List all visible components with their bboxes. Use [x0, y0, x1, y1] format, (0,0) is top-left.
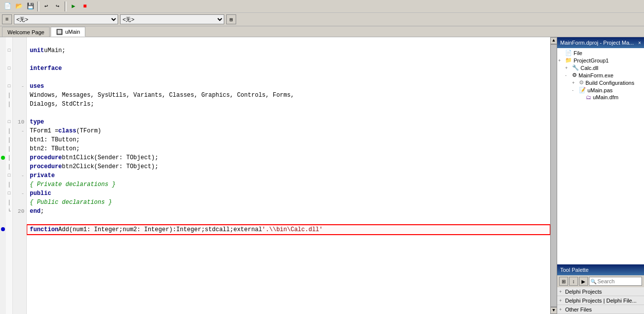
tool-palette-top-header: Tool Palette	[557, 264, 644, 275]
right-panel: MainForm.dproj - Project Ma... × 📄 File …	[557, 37, 644, 314]
save-btn[interactable]: 💾	[25, 1, 36, 11]
pm-close-icon[interactable]: ×	[638, 40, 641, 46]
code-line-10: type	[27, 118, 550, 126]
tree-label-ud: uMain.dfm	[593, 94, 618, 100]
code-line-21	[27, 216, 550, 225]
tree-label-mf: MainForm.exe	[579, 72, 613, 78]
tab-welcome[interactable]: Welcome Page	[2, 27, 50, 37]
tree-build-config-item[interactable]: + ⚙ Build Configurations	[558, 79, 643, 86]
tool-palette-btn-3[interactable]: ▶	[579, 277, 588, 286]
code-line-6: uses	[27, 82, 550, 91]
code-line-18: public	[27, 189, 550, 198]
code-line-2: unit uMain;	[27, 46, 550, 55]
code-line-13: btn2: TButton;	[27, 144, 550, 153]
scroll-up-btn[interactable]: ▲	[550, 37, 557, 44]
scroll-thumb[interactable]	[550, 44, 557, 307]
stop-btn[interactable]: ■	[79, 1, 90, 11]
code-line-4: interface	[27, 64, 550, 73]
editor-scrollbar[interactable]: ▲ ▼	[550, 37, 557, 314]
cat-label-df: Delphi Projects | Delphi File...	[565, 298, 637, 304]
tree-label-file: File	[574, 50, 582, 56]
breakpoint-14	[0, 153, 6, 162]
expand-icon-dp: +	[559, 289, 565, 294]
tree-label-pg: ProjectGroup1	[574, 58, 609, 63]
folder-icon: 📁	[565, 57, 572, 63]
code-content: unit uMain; interface uses Windows, Mess…	[27, 37, 550, 314]
tool-palette-title: Tool Palette	[560, 267, 641, 273]
main-area: □ □ □ │ │ □ │ │ │ │ │ □ │ □ │ └	[0, 37, 644, 314]
open-btn[interactable]: 📂	[13, 1, 24, 11]
cat-label-other: Other Files	[565, 307, 592, 313]
file-icon-up: 📝	[579, 87, 586, 93]
toolbar-small-btn-2[interactable]: ⊞	[226, 14, 236, 24]
cat-label-dp: Delphi Projects	[565, 289, 602, 295]
proj-icon-calc: 🔧	[572, 64, 579, 71]
code-line-17: { Private declarations }	[27, 180, 550, 189]
tool-palette-btn-2[interactable]: ↕	[569, 277, 578, 286]
tab-umain[interactable]: 🔲 uMain	[51, 27, 85, 37]
code-line-20: end;	[27, 207, 550, 216]
code-line-15: procedure btn2Click(Sender: TObject);	[27, 162, 550, 171]
tree-mainform-exe-item[interactable]: - ⚙ MainForm.exe	[558, 71, 643, 79]
tree-expand-mf: -	[565, 73, 572, 78]
undo-btn[interactable]: ↩	[41, 1, 52, 11]
tree-label-bc: Build Configurations	[585, 80, 634, 86]
tree-expand-pg: +	[558, 58, 565, 63]
tree-umain-pas-item[interactable]: - 📝 uMain.pas	[558, 86, 643, 94]
code-line-7: Windows, Messages, SysUtils, Variants, C…	[27, 91, 550, 100]
tree-label-calc: Calc.dll	[580, 65, 598, 71]
line-numbers: - 10 - - - 20	[13, 37, 27, 314]
expand-icon-df: +	[559, 298, 565, 303]
project-manager-header: MainForm.dproj - Project Ma... ×	[557, 37, 644, 48]
tool-cat-delphi-projects[interactable]: + Delphi Projects	[557, 287, 644, 296]
project-tree: 📄 File + 📁 ProjectGroup1 + 🔧 Calc.dll - …	[557, 48, 644, 264]
toolbar-row-2: ≡ <无> <无> ⊞	[0, 13, 644, 26]
code-line-16: private	[27, 171, 550, 180]
editor-container: □ □ □ │ │ □ │ │ │ │ │ □ │ □ │ └	[0, 37, 557, 314]
tool-palette-btn-1[interactable]: ⊞	[559, 277, 568, 286]
project-manager-title: MainForm.dproj - Project Ma...	[560, 40, 638, 46]
form-icon-ud: 🗂	[586, 94, 591, 100]
toolbar-sep-1	[37, 1, 39, 11]
new-btn[interactable]: 📄	[2, 1, 13, 11]
tree-calc-dll-item[interactable]: + 🔧 Calc.dll	[558, 64, 643, 71]
run-btn[interactable]: ▶	[68, 1, 79, 11]
class-dropdown[interactable]: <无>	[120, 14, 224, 24]
left-gutter: □ □ □ │ │ □ │ │ │ │ │ □ │ □ │ └	[0, 37, 27, 314]
code-line-12: btn1: TButton;	[27, 135, 550, 144]
tool-cat-delphi-files[interactable]: + Delphi Projects | Delphi File...	[557, 296, 644, 305]
breakpoint-22	[0, 225, 6, 234]
gear-icon-bc: ⚙	[579, 79, 584, 86]
code-line-9	[27, 109, 550, 118]
redo-btn[interactable]: ↪	[52, 1, 63, 11]
fold-gutter: □ □ □ │ │ □ │ │ │ │ │ □ │ □ │ └	[6, 37, 13, 314]
tree-expand-calc: +	[565, 65, 572, 70]
breakpoint-gutter	[0, 37, 6, 314]
tool-categories: + Delphi Projects + Delphi Projects | De…	[557, 287, 644, 314]
code-line-8: Dialogs, StdCtrls;	[27, 100, 550, 109]
code-line-3	[27, 55, 550, 64]
toolbar-row-1: 📄 📂 💾 ↩ ↪ ▶ ■	[0, 0, 644, 13]
file-icon: 📄	[565, 50, 572, 56]
tool-cat-other[interactable]: + Other Files	[557, 305, 644, 314]
code-line-23	[27, 235, 550, 244]
code-line-1	[27, 37, 550, 46]
search-box: 🔍	[589, 277, 642, 286]
code-line-5	[27, 73, 550, 82]
search-icon: 🔍	[590, 279, 596, 284]
scroll-down-btn[interactable]: ▼	[550, 307, 557, 314]
proj-icon-mf: ⚙	[572, 72, 577, 78]
toolbar-sep-2	[64, 1, 66, 11]
code-line-19: { Public declarations }	[27, 198, 550, 207]
toolbar-area: 📄 📂 💾 ↩ ↪ ▶ ■ ≡ <无> <无> ⊞	[0, 0, 644, 26]
tree-umain-dfm-item[interactable]: 🗂 uMain.dfm	[558, 94, 643, 101]
toolbar-small-btn-1[interactable]: ≡	[2, 14, 12, 24]
tree-projectgroup-item[interactable]: + 📁 ProjectGroup1	[558, 57, 643, 64]
search-input[interactable]	[597, 278, 632, 284]
code-line-22: function Add(num1: Integer;num2: Integer…	[27, 225, 550, 235]
expand-icon-other: +	[559, 307, 565, 312]
code-line-11: TForm1 = class(TForm)	[27, 126, 550, 135]
tree-file-item[interactable]: 📄 File	[558, 49, 643, 57]
unit-dropdown[interactable]: <无>	[14, 14, 118, 24]
tree-label-up: uMain.pas	[587, 87, 613, 93]
